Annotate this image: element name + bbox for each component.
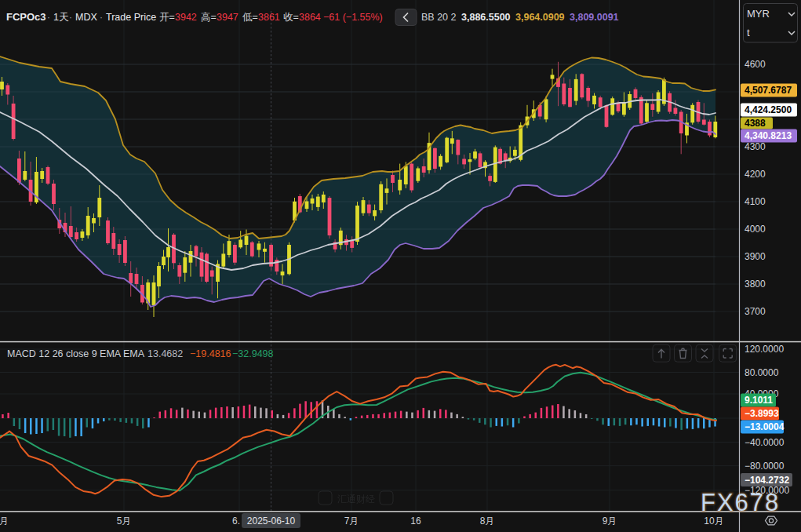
svg-text:MYR: MYR (747, 8, 770, 20)
svg-text:3700: 3700 (745, 306, 766, 317)
svg-text:·: · (47, 12, 50, 23)
svg-text:120.0000: 120.0000 (745, 344, 784, 355)
svg-text:4388: 4388 (745, 118, 766, 129)
svg-text:3,886.5500: 3,886.5500 (461, 12, 511, 23)
svg-text:1天: 1天 (53, 12, 69, 23)
svg-text:月: 月 (0, 516, 9, 527)
svg-text:3900: 3900 (745, 251, 766, 262)
svg-text:16: 16 (410, 516, 421, 527)
svg-text:4,507.6787: 4,507.6787 (745, 85, 792, 96)
svg-text:4100: 4100 (745, 196, 766, 207)
svg-text:4,424.2500: 4,424.2500 (745, 104, 792, 115)
svg-text:−61 (−1.55%): −61 (−1.55%) (323, 12, 383, 23)
svg-text:3864: 3864 (299, 12, 321, 23)
svg-text:FCPOc3: FCPOc3 (6, 11, 46, 23)
svg-text:5月: 5月 (117, 516, 132, 527)
svg-text:Trade Price: Trade Price (106, 12, 156, 23)
svg-text:−32.9498: −32.9498 (232, 348, 274, 359)
svg-text:收=: 收= (283, 12, 299, 23)
svg-text:7月: 7月 (344, 516, 359, 527)
svg-text:−104.2732: −104.2732 (745, 475, 789, 486)
svg-text:开=: 开= (159, 12, 175, 23)
svg-text:BB 20 2: BB 20 2 (421, 12, 457, 23)
svg-text:3861: 3861 (258, 12, 280, 23)
svg-text:3,964.0909: 3,964.0909 (515, 12, 565, 23)
svg-text:低=: 低= (242, 12, 258, 23)
svg-text:−13.0004: −13.0004 (745, 421, 785, 432)
svg-text:3942: 3942 (175, 12, 197, 23)
svg-text:13.4682: 13.4682 (147, 348, 183, 359)
svg-text:10月: 10月 (704, 516, 723, 527)
svg-text:9.1011: 9.1011 (745, 395, 773, 406)
svg-text:80.0000: 80.0000 (745, 367, 779, 378)
svg-text:·: · (69, 12, 72, 23)
svg-text:3,809.0091: 3,809.0091 (570, 12, 619, 23)
svg-text:4000: 4000 (745, 224, 766, 235)
svg-text:−3.8993: −3.8993 (745, 408, 779, 419)
svg-text:MACD 12 26 close 9 EMA EMA: MACD 12 26 close 9 EMA EMA (7, 348, 145, 359)
svg-text:4200: 4200 (745, 169, 766, 180)
svg-text:−80.0000: −80.0000 (745, 461, 785, 472)
svg-text:3800: 3800 (745, 279, 766, 290)
svg-text:t: t (747, 27, 750, 38)
svg-text:3947: 3947 (217, 12, 238, 23)
svg-text:高=: 高= (201, 12, 217, 23)
svg-text:8月: 8月 (480, 516, 495, 527)
svg-text:4300: 4300 (745, 141, 766, 152)
svg-text:2025-06-10: 2025-06-10 (247, 516, 296, 527)
svg-text:汇通财经: 汇通财经 (337, 494, 375, 505)
svg-text:−19.4816: −19.4816 (190, 348, 231, 359)
svg-text:MDX: MDX (75, 12, 97, 23)
svg-text:·: · (100, 12, 103, 23)
svg-text:6.: 6. (232, 516, 240, 527)
svg-text:−40.0000: −40.0000 (745, 437, 785, 448)
svg-text:4,340.8213: 4,340.8213 (745, 130, 792, 141)
svg-text:9月: 9月 (603, 516, 617, 527)
svg-text:4600: 4600 (745, 59, 766, 70)
